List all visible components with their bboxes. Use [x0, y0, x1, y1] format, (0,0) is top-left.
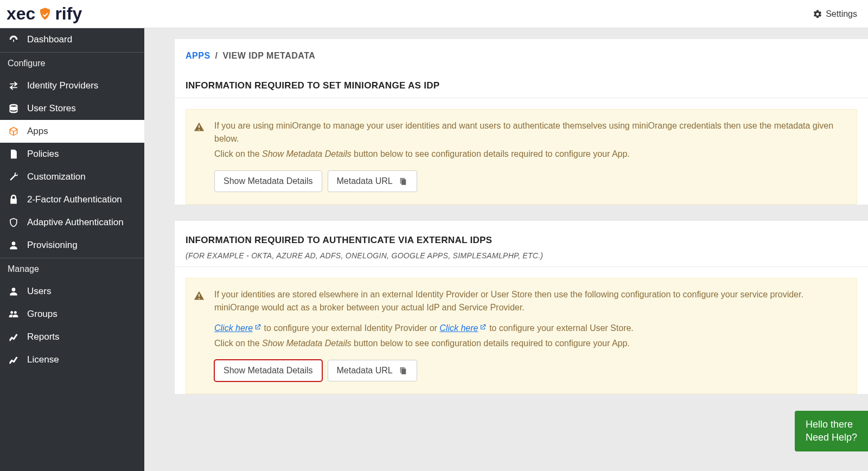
- breadcrumb: APPS / VIEW IDP METADATA: [186, 51, 857, 61]
- logo-text-left: xec: [7, 4, 35, 24]
- warning-icon: [194, 122, 205, 135]
- sidebar-item-label: Users: [27, 286, 51, 297]
- sidebar-item-label: Provisioning: [27, 240, 78, 251]
- dashboard-icon: [8, 34, 20, 45]
- main-content: APPS / VIEW IDP METADATA INFORMATION REQ…: [144, 28, 868, 471]
- sidebar-section-configure: Configure: [0, 52, 144, 74]
- sidebar-item-customization[interactable]: Customization: [0, 166, 144, 188]
- user-icon: [8, 240, 20, 251]
- copy-icon: [398, 176, 408, 186]
- sidebar-item-dashboard[interactable]: Dashboard: [0, 28, 144, 51]
- sidebar-item-adaptive-auth[interactable]: Adaptive Authentication: [0, 211, 144, 234]
- shield-outline-icon: [8, 217, 20, 228]
- lock-icon: [8, 194, 20, 205]
- sidebar-item-label: Reports: [27, 332, 60, 342]
- sidebar-item-user-stores[interactable]: User Stores: [0, 97, 144, 120]
- panel2-warn-links: Click here to configure your external Id…: [214, 322, 847, 335]
- panel1-title: INFORMATION REQUIRED TO SET MINIORANGE A…: [175, 66, 868, 98]
- breadcrumb-sep: /: [215, 51, 218, 60]
- database-icon: [8, 103, 20, 114]
- topbar: xec rify Settings: [0, 0, 868, 28]
- swap-icon: [8, 80, 20, 91]
- panel1-warning: If you are using miniOrange to manage yo…: [186, 109, 857, 205]
- sidebar-item-label: Groups: [27, 309, 58, 320]
- metadata-url-button[interactable]: Metadata URL: [328, 170, 417, 192]
- sidebar-item-label: Dashboard: [27, 34, 72, 45]
- sidebar-item-groups[interactable]: Groups: [0, 303, 144, 326]
- sidebar-section-manage: Manage: [0, 258, 144, 280]
- sidebar-item-apps[interactable]: Apps: [0, 120, 144, 143]
- metadata-url-button[interactable]: Metadata URL: [328, 360, 417, 381]
- sidebar-item-label: Identity Providers: [27, 80, 98, 91]
- gear-icon: [813, 9, 822, 19]
- document-icon: [8, 149, 20, 160]
- user-icon: [8, 286, 20, 297]
- settings-link[interactable]: Settings: [813, 9, 857, 19]
- sidebar-item-label: Apps: [27, 126, 48, 137]
- warning-icon: [194, 290, 205, 303]
- panel2-warn-p1: If your identities are stored elsewhere …: [214, 288, 847, 314]
- copy-icon: [398, 366, 408, 375]
- sidebar-item-label: Customization: [27, 171, 86, 182]
- sidebar-item-provisioning[interactable]: Provisioning: [0, 234, 144, 257]
- sidebar-item-label: User Stores: [27, 103, 76, 114]
- breadcrumb-link-apps[interactable]: APPS: [186, 51, 210, 60]
- help-line1: Hello there: [806, 418, 857, 431]
- sidebar-item-label: Adaptive Authentication: [27, 217, 124, 228]
- sidebar-item-two-factor[interactable]: 2-Factor Authentication: [0, 188, 144, 211]
- click-here-userstore-link[interactable]: Click here: [439, 323, 487, 333]
- show-metadata-details-button[interactable]: Show Metadata Details: [214, 170, 322, 192]
- sidebar-item-users[interactable]: Users: [0, 280, 144, 303]
- logo-text-right: rify: [55, 4, 82, 24]
- logo[interactable]: xec rify: [5, 4, 82, 24]
- sidebar-item-reports[interactable]: Reports: [0, 326, 144, 348]
- panel2-warn-line3: Click on the Show Metadata Details butto…: [214, 337, 847, 350]
- show-metadata-details-button[interactable]: Show Metadata Details: [214, 360, 322, 381]
- wrench-icon: [8, 171, 20, 182]
- chart-icon: [8, 332, 20, 342]
- panel2-subtitle: (FOR EXAMPLE - OKTA, AZURE AD, ADFS, ONE…: [175, 248, 868, 260]
- click-here-idp-link[interactable]: Click here: [214, 323, 261, 333]
- sidebar-item-license[interactable]: License: [0, 348, 144, 371]
- sidebar-item-label: License: [27, 354, 59, 365]
- panel2-title: INFORMATION REQUIRED TO AUTHENTICATE VIA…: [175, 221, 868, 248]
- sidebar-item-identity-providers[interactable]: Identity Providers: [0, 74, 144, 97]
- breadcrumb-current: VIEW IDP METADATA: [222, 51, 315, 60]
- users-icon: [8, 309, 20, 320]
- help-widget[interactable]: Hello there Need Help?: [795, 411, 868, 451]
- cube-icon: [8, 126, 20, 137]
- chart-icon: [8, 354, 20, 365]
- breadcrumb-card: APPS / VIEW IDP METADATA INFORMATION REQ…: [175, 39, 868, 205]
- panel2-warning: If your identities are stored elsewhere …: [186, 278, 857, 394]
- settings-label: Settings: [826, 9, 857, 19]
- shield-icon: [37, 7, 53, 22]
- help-line2: Need Help?: [806, 431, 857, 444]
- sidebar-item-label: Policies: [27, 149, 59, 160]
- panel1-warn-line2: Click on the Show Metadata Details butto…: [214, 148, 847, 161]
- panel2-card: INFORMATION REQUIRED TO AUTHENTICATE VIA…: [175, 221, 868, 394]
- panel1-warn-line1: If you are using miniOrange to manage yo…: [214, 119, 847, 145]
- sidebar: Dashboard Configure Identity Providers U…: [0, 28, 144, 471]
- sidebar-item-policies[interactable]: Policies: [0, 143, 144, 166]
- sidebar-item-label: 2-Factor Authentication: [27, 194, 122, 205]
